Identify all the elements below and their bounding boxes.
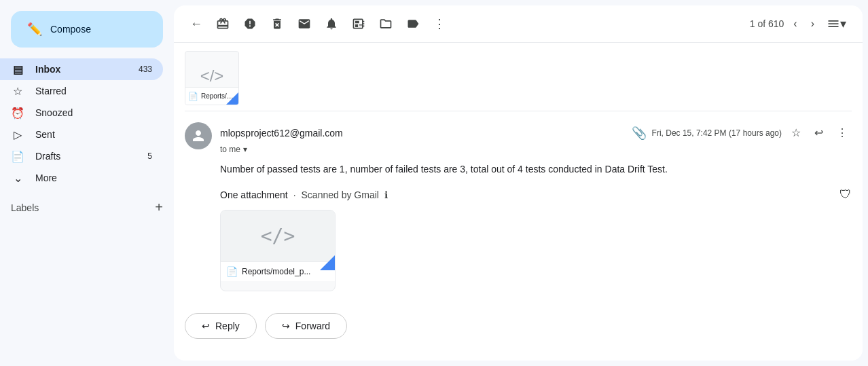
inbox-badge: 433 [139,65,152,74]
report-spam-button[interactable] [238,12,262,36]
email-meta: mlopsproject612@gmail.com 📎 Fri, Dec 15,… [220,122,852,154]
attachment-filename: Reports/model_p... [242,267,310,276]
attachment-corner-flag [320,255,335,270]
email-timestamp: Fri, Dec 15, 7:42 PM (17 hours ago) [652,128,782,138]
sender-avatar [185,122,212,149]
email-body-text: Number of passed tests are 1, number of … [220,162,852,177]
back-button[interactable]: ← [185,12,208,37]
clip-icon: 📎 [632,126,647,141]
snooze-button[interactable] [319,12,344,36]
sidebar-item-inbox[interactable]: ▤ Inbox 433 [0,58,163,80]
pagination: 1 of 610 ‹ › [750,14,818,34]
next-email-button[interactable]: › [807,14,818,34]
starred-icon: ☆ [11,85,24,98]
forward-icon: ↪ [282,321,290,331]
more-label: More [35,172,152,183]
sidebar: ✏️ Compose ▤ Inbox 433 ☆ Starred ⏰ Snooz… [0,0,174,366]
add-task-button[interactable] [346,12,371,36]
attachment-section-header: One attachment · Scanned by Gmail ℹ 🛡 [220,187,852,202]
recipients-expand-button[interactable]: ▾ [243,145,247,154]
to-row: to me ▾ [220,145,852,154]
sender-row: mlopsproject612@gmail.com 📎 Fri, Dec 15,… [220,122,852,143]
drafts-badge: 5 [147,151,152,161]
attachment-corner-top [226,92,238,105]
forward-button[interactable]: ↪ Forward [265,313,347,339]
pagination-text: 1 of 610 [750,18,784,29]
email-actions-right: 📎 Fri, Dec 15, 7:42 PM (17 hours ago) ☆ … [632,122,852,143]
compose-label: Compose [50,24,91,35]
attachment-filename-bar: 📄 Reports/model_p... [221,261,335,281]
star-button[interactable]: ☆ [787,122,805,143]
compose-button[interactable]: ✏️ Compose [11,11,163,48]
reply-section: ↩ Reply ↪ Forward [185,302,852,355]
move-to-button[interactable] [374,12,398,36]
reply-quick-button[interactable]: ↩ [810,122,827,143]
google-drive-scan-icon: 🛡 [839,187,852,202]
reply-label: Reply [215,321,240,331]
labels-section: Labels + [0,194,174,221]
sender-name: mlopsproject612@gmail.com [220,128,343,139]
delete-button[interactable] [265,12,289,36]
drafts-icon: 📄 [11,150,24,163]
sidebar-item-sent[interactable]: ▷ Sent [0,124,163,145]
sidebar-item-starred[interactable]: ☆ Starred [0,80,163,102]
archive-button[interactable] [211,12,235,36]
sidebar-item-snoozed[interactable]: ⏰ Snoozed [0,102,163,124]
snoozed-icon: ⏰ [11,107,24,120]
attachment-section: One attachment · Scanned by Gmail ℹ 🛡 </… [185,177,852,302]
mark-unread-button[interactable] [292,12,317,36]
starred-label: Starred [35,86,152,96]
snoozed-label: Snoozed [35,107,152,118]
to-label: to me [220,145,240,154]
email-header: mlopsproject612@gmail.com 📎 Fri, Dec 15,… [185,122,852,154]
attachment-separator: · [293,189,296,200]
labels-title: Labels [11,202,155,213]
email-view: ← ⋮ [174,5,863,361]
reply-button[interactable]: ↩ Reply [185,313,257,339]
email-message-section: mlopsproject612@gmail.com 📎 Fri, Dec 15,… [185,111,852,361]
attachment-code-preview: </> [221,211,335,261]
file-doc-icon-top: 📄 [188,92,198,101]
sidebar-item-more[interactable]: ⌄ More [0,167,163,189]
prev-email-button[interactable]: ‹ [789,14,801,34]
code-file-icon-top: </> [200,67,224,86]
file-doc-icon: 📄 [226,266,238,277]
email-toolbar: ← ⋮ [174,5,863,43]
code-brackets-icon: </> [261,225,295,247]
sent-label: Sent [35,129,152,140]
attachment-preview-small-top[interactable]: </> 📄 Reports/model_p... [185,51,239,105]
email-content-area: </> 📄 Reports/model_p... mlop [174,43,863,361]
email-body: Number of passed tests are 1, number of … [185,162,852,177]
add-label-button[interactable]: + [155,200,163,215]
inbox-icon: ▤ [11,63,24,76]
attachment-preview-main[interactable]: </> 📄 Reports/model_p... [220,210,336,291]
inbox-label: Inbox [35,64,128,75]
more-actions-button[interactable]: ⋮ [428,11,451,37]
scanned-info-icon[interactable]: ℹ [384,189,388,200]
email-more-button[interactable]: ⋮ [833,122,852,143]
sidebar-item-drafts[interactable]: 📄 Drafts 5 [0,145,163,167]
compose-pencil-icon: ✏️ [27,22,42,37]
more-chevron-icon: ⌄ [11,172,24,185]
sent-icon: ▷ [11,128,24,141]
label-button[interactable] [401,12,425,36]
reply-icon: ↩ [202,321,210,331]
drafts-label: Drafts [35,151,137,162]
scanned-text: Scanned by Gmail [302,189,379,200]
attachment-top-preview: </> 📄 Reports/model_p... [185,43,852,111]
forward-label: Forward [295,321,330,331]
density-settings-button[interactable]: ▾ [821,11,852,37]
attachment-count: One attachment [220,189,288,200]
